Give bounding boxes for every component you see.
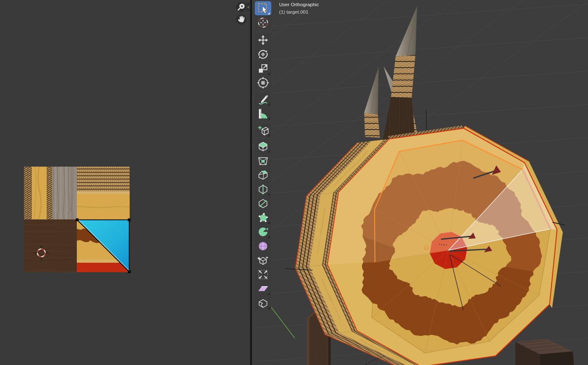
svg-text:(1) target.001: (1) target.001 — [279, 9, 308, 15]
svg-text:User Orthographic: User Orthographic — [279, 2, 319, 7]
svg-text:‹: ‹ — [247, 4, 249, 10]
